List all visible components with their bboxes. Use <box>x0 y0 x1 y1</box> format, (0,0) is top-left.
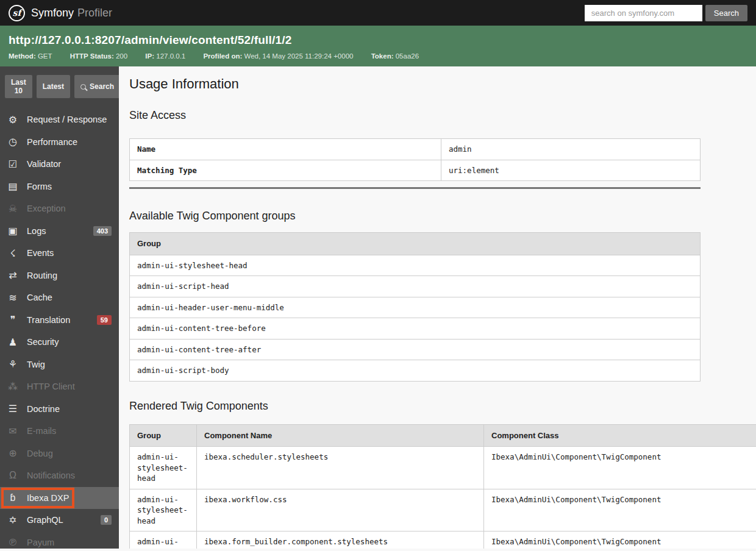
column-header-component-class: Component Class <box>484 424 756 447</box>
latest-button[interactable]: Latest <box>37 75 70 98</box>
search-input[interactable] <box>585 5 702 21</box>
table-row: admin-ui-stylesheet-head ibexa.workflow.… <box>130 489 756 531</box>
table-row: admin-ui-content-tree-after <box>130 339 701 360</box>
row-value: admin <box>441 139 701 160</box>
meta-profiled-on: Profiled on: Wed, 14 May 2025 11:29:24 +… <box>203 52 353 60</box>
panel-content: Usage Information Site Access Name admin… <box>119 66 756 549</box>
twig-groups-heading: Available Twig Component groups <box>129 210 756 222</box>
gears-icon: ⚙ <box>6 114 20 126</box>
sidebar-item-label: Debug <box>27 449 53 458</box>
row-value: uri:element <box>441 160 701 181</box>
speech-bubbles-icon: ❞ <box>6 314 20 325</box>
meta-http-status: HTTP Status: 200 <box>70 52 127 60</box>
broadcast-icon: ☇ <box>6 247 20 259</box>
translation-count-badge: 59 <box>97 315 112 325</box>
site-access-table: Name admin Matching Type uri:element <box>129 138 701 181</box>
sidebar-item-label: Validator <box>27 159 61 169</box>
request-summary-bar: http://127.0.0.1:8207/admin/view/content… <box>0 26 756 66</box>
database-icon: ☰ <box>6 403 20 414</box>
table-row: admin-ui-stylesheet-head ibexa.scheduler… <box>130 447 756 489</box>
table-row: Matching Type uri:element <box>130 160 701 181</box>
sidebar-menu: ⚙ Request / Response ◷ Performance ☑ Val… <box>0 106 119 549</box>
bell-icon: Ω <box>6 470 20 481</box>
hexagram-icon: ✡ <box>6 514 20 526</box>
section-divider <box>129 187 701 189</box>
sidebar-item-security[interactable]: ♟ Security <box>0 331 119 354</box>
sidebar-item-label: Security <box>27 337 59 347</box>
sidebar-item-translation[interactable]: ❞ Translation 59 <box>0 309 119 332</box>
row-label: Matching Type <box>130 160 441 181</box>
meta-method: Method: GET <box>9 52 52 60</box>
cell-component-class: Ibexa\AdminUi\Component\TwigComponent <box>484 531 756 549</box>
sidebar-item-exception: ☠ Exception <box>0 197 119 220</box>
sidebar-item-label: Performance <box>27 137 77 147</box>
sidebar-item-ibexa-dxp[interactable]: ɓ Ibexa DXP <box>0 487 119 510</box>
sidebar-item-graphql[interactable]: ✡ GraphQL 0 <box>0 509 119 531</box>
sidebar-item-routing[interactable]: ⇄ Routing <box>0 265 119 287</box>
sidebar-item-request-response[interactable]: ⚙ Request / Response <box>0 108 119 131</box>
table-row: admin-ui-header-user-menu-middle <box>130 297 701 318</box>
sidebar-item-debug: ⊕ Debug <box>0 443 119 465</box>
cell-group: admin-ui-stylesheet-head <box>130 531 197 549</box>
rendered-components-heading: Rendered Twig Components <box>129 400 756 413</box>
sidebar-item-label: Events <box>27 248 54 258</box>
sidebar-item-label: Exception <box>27 204 66 213</box>
cell-group: admin-ui-stylesheet-head <box>130 489 197 531</box>
sidebar-item-label: Notifications <box>27 471 75 480</box>
last-10-button[interactable]: Last 10 <box>5 75 32 98</box>
sidebar-item-label: Doctrine <box>27 404 60 414</box>
table-row: Name admin <box>130 139 701 160</box>
sidebar-item-doctrine[interactable]: ☰ Doctrine <box>0 398 119 421</box>
cell-component-class: Ibexa\AdminUi\Component\TwigComponent <box>484 447 756 489</box>
profiler-sidebar: Last 10 Latest Search ⚙ Request / Respon… <box>0 66 119 549</box>
table-row: admin-ui-script-body <box>130 360 701 382</box>
sidebar-item-label: Cache <box>27 293 52 302</box>
search-button[interactable]: Search <box>705 5 747 21</box>
cell-component-name: ibexa.workflow.css <box>197 489 484 531</box>
sidebar-item-logs[interactable]: ▣ Logs 403 <box>0 220 119 243</box>
cell-component-class: Ibexa\AdminUi\Component\TwigComponent <box>484 489 756 531</box>
person-icon: ♟ <box>6 336 20 348</box>
sidebar-item-label: Request / Response <box>27 115 107 124</box>
envelope-icon: ✉ <box>6 425 20 437</box>
top-bar: sf Symfony Profiler Search <box>0 0 756 26</box>
sidebar-item-emails: ✉ E-mails <box>0 420 119 443</box>
sidebar-item-label: Logs <box>27 226 46 236</box>
sidebar-item-forms[interactable]: ▤ Forms <box>0 176 119 198</box>
checkbox-icon: ☑ <box>6 158 20 170</box>
sidebar-item-label: Twig <box>27 360 45 369</box>
cell-group: admin-ui-stylesheet-head <box>130 447 197 489</box>
sidebar-item-http-client: ⁂ HTTP Client <box>0 375 119 398</box>
ibexa-logo-icon: ɓ <box>6 492 20 503</box>
sidebar-item-cache[interactable]: ≋ Cache <box>0 286 119 309</box>
request-url: http://127.0.0.1:8207/admin/view/content… <box>9 34 747 47</box>
column-header-group: Group <box>130 424 197 447</box>
signpost-icon: ⇄ <box>6 269 20 281</box>
sidebar-item-label: Routing <box>27 271 57 280</box>
brand-title: Symfony <box>31 7 74 20</box>
column-header-component-name: Component Name <box>197 424 484 447</box>
sidebar-item-label: Payum <box>27 538 54 547</box>
sidebar-item-notifications: Ω Notifications <box>0 464 119 487</box>
page-title: Usage Information <box>129 76 756 92</box>
row-label: Name <box>130 139 441 160</box>
table-row: admin-ui-stylesheet-head <box>130 255 701 276</box>
sidebar-item-label: E-mails <box>27 426 56 436</box>
sidebar-item-label: Ibexa DXP <box>27 493 69 503</box>
cell-component-name: ibexa.scheduler.stylesheets <box>197 447 484 489</box>
sidebar-item-twig[interactable]: ⚘ Twig <box>0 354 119 376</box>
sidebar-search-button[interactable]: Search <box>74 75 119 98</box>
sidebar-item-validator[interactable]: ☑ Validator <box>0 153 119 176</box>
clipboard-icon: ▤ <box>6 180 20 192</box>
sidebar-item-label: HTTP Client <box>27 382 75 391</box>
layers-icon: ≋ <box>6 292 20 304</box>
cell-component-name: ibexa.form_builder.component.stylesheets <box>197 531 484 549</box>
logs-count-badge: 403 <box>93 226 112 236</box>
meta-token: Token: 05aa26 <box>371 52 419 60</box>
rendered-components-table: Group Component Name Component Class adm… <box>129 424 756 549</box>
sidebar-item-events[interactable]: ☇ Events <box>0 242 119 265</box>
ghost-icon: ☠ <box>6 203 20 215</box>
stopwatch-icon: ◷ <box>6 136 20 148</box>
sidebar-item-performance[interactable]: ◷ Performance <box>0 131 119 154</box>
plant-icon: ⚘ <box>6 358 20 370</box>
